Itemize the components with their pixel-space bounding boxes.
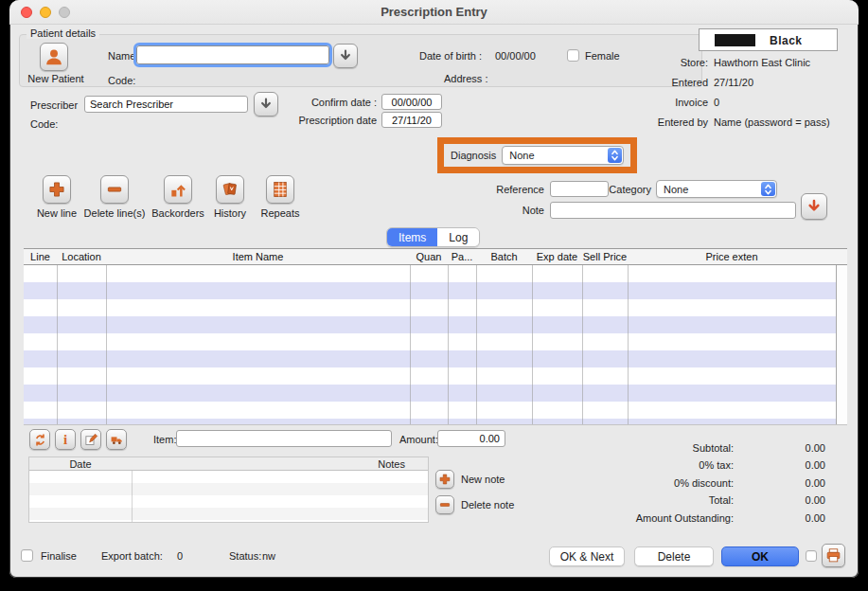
entered-value: 27/11/20 [714,77,753,88]
window-title: Prescription Entry [9,5,859,19]
prescription-date-input[interactable] [381,112,442,128]
amount-label: Amount: [399,434,438,445]
column-header-item-name[interactable]: Item Name [106,251,410,262]
reference-label: Reference [470,184,544,195]
finalise-checkbox[interactable] [21,549,33,562]
delete-lines-button[interactable] [100,175,129,204]
delete-button[interactable]: Delete [634,546,714,566]
prescription-entry-window: Prescription Entry Patient details New P… [9,0,859,578]
orange-down-arrow-icon [806,198,823,215]
screenshot-stage: Prescription Entry Patient details New P… [0,0,868,591]
print-button[interactable] [822,544,845,567]
items-table: Line Location Item Name Quan Pa... Batch… [24,248,847,425]
prescriber-search-button[interactable] [254,92,278,116]
tax-value: 0.00 [748,459,825,471]
down-arrow-icon [258,97,274,112]
column-divider [132,471,133,522]
column-divider [106,265,107,424]
patient-search-button[interactable] [333,44,358,68]
total-label: Total: [540,494,734,506]
column-divider [532,265,533,424]
notes-table-body[interactable] [29,471,428,522]
discount-label: 0% discount: [540,477,734,489]
note-input[interactable] [550,202,796,219]
tab-items[interactable]: Items [387,228,437,246]
invoice-value: 0 [714,97,719,108]
column-header-pack[interactable]: Pa... [448,251,476,262]
reference-input[interactable] [550,181,609,197]
amount-outstanding-value: 0.00 [748,512,825,524]
line-info-button[interactable]: i [55,429,76,450]
backorders-button[interactable] [164,175,192,204]
new-patient-button[interactable] [40,43,68,71]
table-scrollbar[interactable] [836,265,847,424]
diagnosis-select[interactable]: None [502,146,624,165]
amount-outstanding-label: Amount Outstanding: [540,512,734,524]
ok-next-button[interactable]: OK & Next [549,546,625,566]
new-patient-label: New Patient [23,73,89,84]
store-label: Store: [547,57,708,68]
confirm-date-input[interactable] [381,94,442,110]
address-label: Address : [444,73,487,84]
history-icon [221,180,239,199]
delete-lines-label: Delete line(s) [84,207,146,219]
transport-button[interactable] [106,429,127,450]
repeats-button[interactable] [266,175,294,204]
column-header-line[interactable]: Line [24,251,57,262]
truck-icon [110,433,124,447]
plus-icon [438,473,452,486]
note-label: Note [487,205,544,216]
edit-line-button[interactable] [80,429,101,450]
invoice-label: Invoice [547,97,708,108]
prescriber-code-label: Code: [30,118,58,130]
status-label: Status: [229,550,261,562]
category-select[interactable]: None [656,180,777,198]
toolbar-item-repeats[interactable]: Repeats [242,175,318,219]
minus-icon [105,180,124,199]
prescriber-search-input[interactable] [84,96,248,113]
patient-details-label: Patient details [27,27,99,39]
color-swatch [715,34,755,46]
column-divider [57,265,58,424]
subtotal-label: Subtotal: [540,442,734,454]
diagnosis-label: Diagnosis [451,150,496,161]
items-table-body[interactable] [24,265,847,425]
color-picker[interactable]: Black [699,28,838,51]
column-header-quan[interactable]: Quan [410,251,448,262]
print-checkbox[interactable] [806,550,817,562]
history-button[interactable] [216,175,244,204]
notes-date-header: Date [29,458,132,470]
item-input[interactable] [176,430,392,447]
column-header-location[interactable]: Location [57,251,106,262]
notes-table: Date Notes [28,457,429,523]
column-header-batch[interactable]: Batch [476,251,532,262]
select-stepper-icon [761,182,775,196]
note-add-button[interactable] [801,193,827,220]
tab-log[interactable]: Log [437,228,479,246]
name-label: Name [108,50,135,62]
dob-value: 00/00/00 [495,50,536,62]
new-note-button[interactable] [435,470,454,489]
new-line-button[interactable] [43,175,71,204]
entered-by-label: Entered by [547,116,708,128]
column-divider [628,265,629,424]
column-header-price-exten[interactable]: Price exten [628,251,836,262]
entered-label: Entered [547,77,708,88]
plus-icon [47,180,66,199]
store-value: Hawthorn East Clinic [714,57,810,68]
column-header-sell-price[interactable]: Sell Price [582,251,628,262]
refresh-lines-button[interactable] [29,429,50,450]
column-header-exp-date[interactable]: Exp date [532,251,582,262]
ok-button[interactable]: OK [721,546,799,566]
title-bar: Prescription Entry [9,0,859,25]
amount-input[interactable] [437,430,505,447]
select-stepper-icon [608,148,622,163]
patient-name-input[interactable] [136,45,329,64]
notes-table-header: Date Notes [29,457,428,471]
sync-icon [33,433,47,447]
repeats-grid-icon [271,180,290,199]
column-divider [582,265,583,424]
category-selected-value: None [657,184,760,195]
delete-note-button[interactable] [435,495,454,514]
diagnosis-selected-value: None [503,150,607,161]
